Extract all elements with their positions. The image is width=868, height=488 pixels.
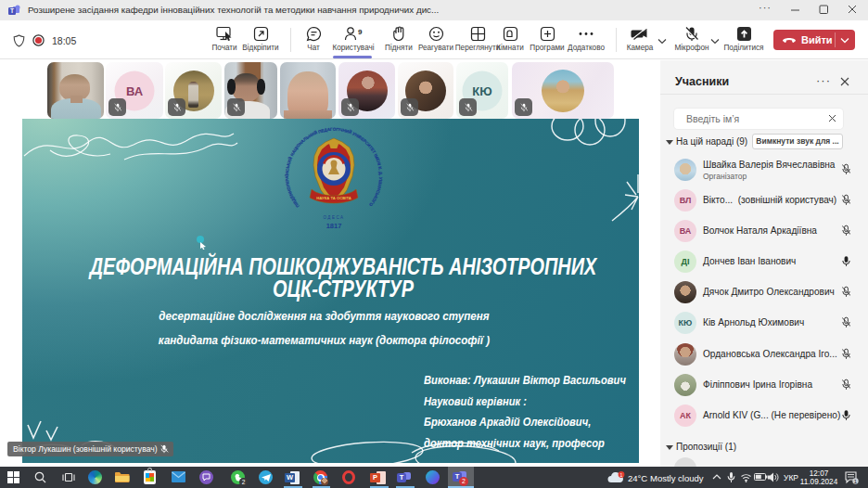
svg-text:НАУКА ТА ОСВІТА: НАУКА ТА ОСВІТА <box>316 196 351 200</box>
svg-text:ОДЕСА: ОДЕСА <box>323 215 344 220</box>
svg-text:1: 1 <box>620 472 623 478</box>
svg-text:1817: 1817 <box>326 222 342 230</box>
svg-text:ПІВДЕННОУКРАЇНСЬКИЙ НАЦІОНАЛЬН: ПІВДЕННОУКРАЇНСЬКИЙ НАЦІОНАЛЬНИЙ ПЕДАГОГ… <box>284 127 383 209</box>
svg-text:9: 9 <box>358 28 363 36</box>
svg-text:T: T <box>10 7 14 14</box>
